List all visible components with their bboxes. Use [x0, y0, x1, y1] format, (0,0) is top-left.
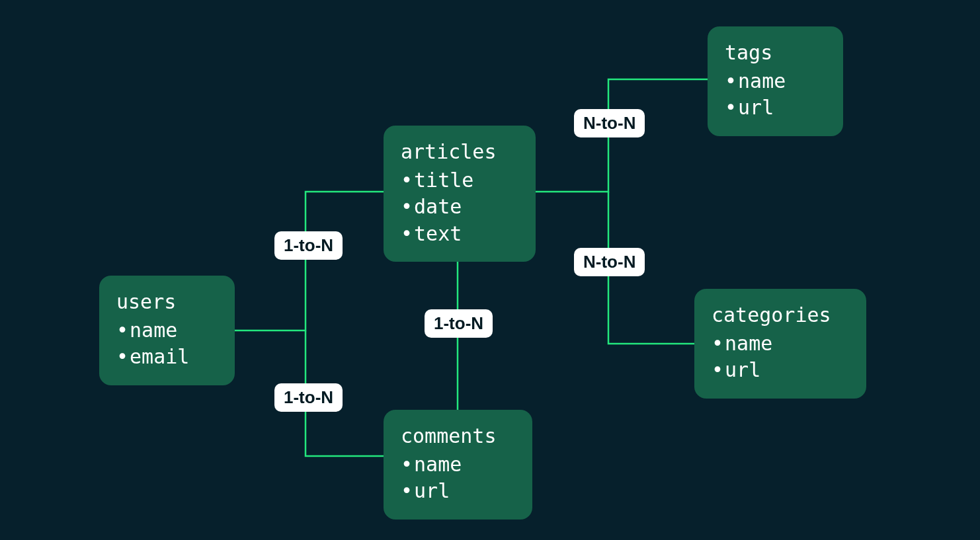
entity-field: name [712, 330, 849, 358]
entity-title: users [116, 289, 218, 316]
rel-articles-categories: N-to-N [574, 248, 645, 276]
entity-field: text [401, 221, 518, 248]
entity-title: comments [401, 423, 515, 450]
entity-title: articles [401, 139, 518, 166]
entity-field: name [116, 317, 218, 344]
entity-categories: categories name url [694, 289, 866, 399]
entity-field: name [725, 68, 826, 95]
rel-articles-comments: 1-to-N [425, 309, 493, 338]
entity-comments: comments name url [384, 410, 532, 520]
er-diagram: { "entities": { "users": { "title": "use… [0, 0, 980, 540]
rel-articles-tags: N-to-N [574, 109, 645, 137]
entity-title: categories [712, 302, 849, 329]
entity-title: tags [725, 40, 826, 67]
entity-field: name [401, 451, 515, 479]
entity-field: email [116, 344, 218, 371]
rel-users-articles: 1-to-N [274, 231, 343, 260]
entity-articles: articles title date text [384, 126, 536, 262]
entity-field: url [401, 478, 515, 505]
entity-field: url [712, 357, 849, 384]
entity-field: url [725, 95, 826, 122]
entity-users: users name email [99, 276, 235, 385]
entity-field: date [401, 194, 518, 221]
rel-users-comments: 1-to-N [274, 383, 343, 412]
entity-field: title [401, 167, 518, 194]
entity-tags: tags name url [708, 26, 843, 136]
